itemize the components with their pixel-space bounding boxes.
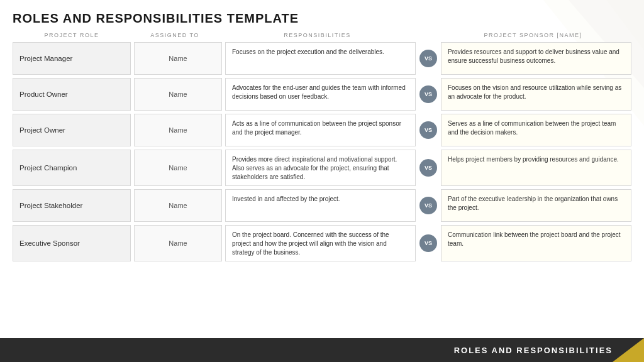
cell-vs-project-manager: VS [419, 42, 438, 75]
cell-responsibility-project-champion: Provides more direct inspirational and m… [225, 150, 416, 186]
cell-name-executive-sponsor: Name [134, 225, 222, 261]
cell-vs-project-stakeholder: VS [419, 189, 438, 222]
cell-vs-executive-sponsor: VS [419, 225, 438, 261]
cell-name-project-manager: Name [134, 42, 222, 75]
cell-responsibility-product-owner: Advocates for the end-user and guides th… [225, 78, 416, 111]
vs-badge-project-owner: VS [419, 121, 437, 139]
vs-badge-project-champion: VS [419, 159, 437, 177]
cell-vs-product-owner: VS [419, 78, 438, 111]
vs-badge-product-owner: VS [419, 85, 437, 103]
cell-sponsor-project-champion: Helps project members by providing resou… [441, 150, 631, 186]
cell-role-executive-sponsor: Executive Sponsor [13, 225, 131, 261]
cell-vs-project-champion: VS [419, 150, 438, 186]
cell-sponsor-product-owner: Focuses on the vision and resource utili… [441, 78, 631, 111]
content-area: ROLES AND RESPONSIBILITIES TEMPLATE PROJ… [0, 0, 644, 268]
cell-responsibility-project-stakeholder: Invested in and affected by the project. [225, 189, 416, 222]
cell-responsibility-project-owner: Acts as a line of communication between … [225, 114, 416, 146]
col-header-assigned: ASSIGNED TO [131, 32, 219, 38]
role-row-project-owner: Project Owner Name Acts as a line of com… [13, 114, 631, 146]
main-container: ROLES AND RESPONSIBILITIES TEMPLATE PROJ… [0, 0, 644, 362]
footer-label: ROLES AND RESPONSIBILITIES [454, 346, 613, 355]
cell-role-product-owner: Product Owner [13, 78, 131, 111]
vs-badge-project-stakeholder: VS [419, 197, 437, 214]
cell-responsibility-executive-sponsor: On the project board. Concerned with the… [225, 225, 416, 261]
footer-bar: ROLES AND RESPONSIBILITIES [0, 338, 644, 362]
cell-role-project-owner: Project Owner [13, 114, 131, 146]
cell-sponsor-project-manager: Provides resources and support to delive… [441, 42, 631, 75]
rows-container: Project Manager Name Focuses on the proj… [13, 42, 631, 261]
col-header-vs-spacer [416, 32, 435, 38]
cell-sponsor-executive-sponsor: Communication link between the project b… [441, 225, 631, 261]
cell-role-project-stakeholder: Project Stakeholder [13, 189, 131, 222]
cell-role-project-manager: Project Manager [13, 42, 131, 75]
page-title: ROLES AND RESPONSIBILITIES TEMPLATE [13, 11, 631, 26]
role-row-product-owner: Product Owner Name Advocates for the end… [13, 78, 631, 111]
cell-name-product-owner: Name [134, 78, 222, 111]
footer-accent [613, 338, 644, 362]
cell-name-project-champion: Name [134, 150, 222, 186]
col-header-sponsor: PROJECT SPONSOR [NAME] [435, 32, 631, 38]
col-header-responsibilities: RESPONSIBILITIES [219, 32, 416, 38]
role-row-project-champion: Project Champion Name Provides more dire… [13, 150, 631, 186]
role-row-project-stakeholder: Project Stakeholder Name Invested in and… [13, 189, 631, 222]
vs-badge-project-manager: VS [419, 50, 437, 67]
cell-responsibility-project-manager: Focuses on the project execution and the… [225, 42, 416, 75]
col-header-role: PROJECT ROLE [13, 32, 131, 38]
role-row-project-manager: Project Manager Name Focuses on the proj… [13, 42, 631, 75]
vs-badge-executive-sponsor: VS [419, 234, 437, 252]
cell-vs-project-owner: VS [419, 114, 438, 146]
column-headers: PROJECT ROLE ASSIGNED TO RESPONSIBILITIE… [13, 32, 631, 38]
role-row-executive-sponsor: Executive Sponsor Name On the project bo… [13, 225, 631, 261]
cell-role-project-champion: Project Champion [13, 150, 131, 186]
cell-sponsor-project-owner: Serves as a line of communication betwee… [441, 114, 631, 146]
cell-name-project-stakeholder: Name [134, 189, 222, 222]
cell-name-project-owner: Name [134, 114, 222, 146]
cell-sponsor-project-stakeholder: Part of the executive leadership in the … [441, 189, 631, 222]
